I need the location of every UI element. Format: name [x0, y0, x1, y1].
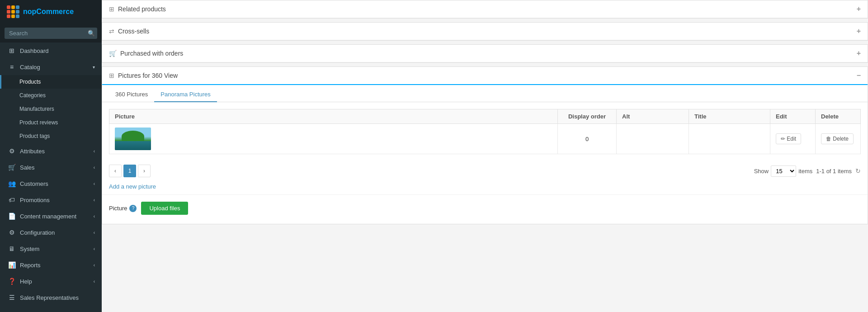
pagination-page-1[interactable]: 1 — [123, 165, 136, 177]
show-items: Show 15 25 50 100 items — [754, 165, 813, 177]
sidebar-item-reports[interactable]: 📊 Reports ‹ — [0, 257, 102, 273]
sidebar-item-label: Sales — [20, 164, 35, 171]
sidebar-item-product-reviews[interactable]: Product reviews — [0, 116, 102, 129]
tab-360-pictures[interactable]: 360 Pictures — [109, 87, 154, 102]
chevron-right-icon: ‹ — [94, 165, 95, 170]
brand-dot — [7, 10, 10, 14]
sidebar-item-promotions[interactable]: 🏷 Promotions ‹ — [0, 192, 102, 208]
col-picture: Picture — [109, 109, 558, 124]
col-display-order: Display order — [558, 109, 617, 124]
search-input[interactable] — [9, 30, 85, 37]
sidebar-item-products[interactable]: Products — [0, 75, 102, 89]
pictures-360-title: Pictures for 360 View — [118, 72, 178, 79]
sidebar-item-label: Sales Representatives — [20, 294, 79, 301]
pictures-360-header[interactable]: ⊞ Pictures for 360 View − — [102, 67, 868, 85]
delete-button[interactable]: 🗑 Delete — [821, 133, 854, 144]
main-content: ⊞ Related products + ⇄ Cross-sells + 🛒 — [102, 0, 868, 312]
upload-label: Picture ? — [109, 205, 137, 212]
chevron-right-icon: ‹ — [94, 263, 95, 268]
cross-sells-header[interactable]: ⇄ Cross-sells + — [102, 23, 868, 40]
related-products-toggle[interactable]: + — [857, 5, 861, 13]
sidebar-item-catalog[interactable]: ≡ Catalog ▾ — [0, 59, 102, 75]
dashboard-icon: ⊞ — [8, 47, 15, 54]
pictures-tabs: 360 Pictures Panorama Pictures — [102, 87, 868, 102]
sidebar-item-label: Reports — [20, 262, 41, 269]
chevron-right-icon: ‹ — [94, 246, 95, 251]
purchased-with-orders-panel: 🛒 Purchased with orders + — [102, 44, 868, 63]
picture-cell — [109, 124, 558, 154]
sidebar-item-customers[interactable]: 👥 Customers ‹ — [0, 175, 102, 192]
sidebar-item-label: System — [20, 246, 39, 252]
title-cell — [689, 124, 770, 154]
add-picture-link[interactable]: Add a new picture — [109, 183, 156, 190]
sidebar-item-label: Customers — [20, 180, 48, 187]
search-icon[interactable]: 🔍 — [88, 30, 95, 37]
upload-files-button[interactable]: Upload files — [141, 202, 188, 215]
pagination-prev[interactable]: ‹ — [109, 165, 122, 177]
content-area: ⊞ Related products + ⇄ Cross-sells + 🛒 — [102, 0, 868, 228]
picture-thumbnail — [115, 128, 151, 150]
sidebar-item-label: Help — [20, 278, 32, 285]
chevron-right-icon: ‹ — [94, 198, 95, 203]
cross-sells-title: Cross-sells — [118, 28, 149, 35]
table-row: 0 ✏ Edit 🗑 Delete — [109, 124, 861, 154]
refresh-button[interactable]: ↻ — [855, 167, 861, 175]
sidebar-item-configuration[interactable]: ⚙ Configuration ‹ — [0, 224, 102, 241]
edit-button[interactable]: ✏ Edit — [776, 133, 801, 144]
brand-dot — [7, 5, 10, 9]
sidebar-item-sales-reps[interactable]: ☰ Sales Representatives — [0, 289, 102, 306]
brand-dot — [16, 5, 19, 9]
brand-name: nopCommerce — [23, 8, 74, 16]
sidebar-item-label: Attributes — [20, 148, 45, 155]
pagination-next[interactable]: › — [138, 165, 151, 177]
sidebar-search-container: 🔍 — [0, 24, 102, 43]
cross-sells-panel: ⇄ Cross-sells + — [102, 22, 868, 41]
chevron-right-icon: ‹ — [94, 181, 95, 186]
sidebar-item-help[interactable]: ❓ Help ‹ — [0, 273, 102, 289]
pagination-left: ‹ 1 › — [109, 165, 151, 177]
col-edit: Edit — [770, 109, 816, 124]
related-products-panel: ⊞ Related products + — [102, 0, 868, 19]
chevron-right-icon: ‹ — [94, 230, 95, 235]
related-products-header[interactable]: ⊞ Related products + — [102, 0, 868, 18]
sidebar-item-label: Categories — [19, 92, 46, 99]
purchased-with-orders-toggle[interactable]: + — [857, 49, 861, 57]
delete-cell: 🗑 Delete — [816, 124, 861, 154]
sidebar-item-sales[interactable]: 🛒 Sales ‹ — [0, 159, 102, 175]
customers-icon: 👥 — [8, 180, 15, 187]
sidebar-item-product-tags[interactable]: Product tags — [0, 129, 102, 143]
sidebar-item-label: Products — [19, 79, 41, 85]
chevron-down-icon: ▾ — [93, 65, 95, 70]
catalog-icon: ≡ — [8, 63, 15, 71]
items-count: 1-1 of 1 items — [816, 168, 852, 175]
purchased-with-orders-header[interactable]: 🛒 Purchased with orders + — [102, 45, 868, 62]
sales-reps-icon: ☰ — [8, 294, 15, 301]
purchased-icon: 🛒 — [109, 50, 117, 57]
show-label: Show — [754, 168, 769, 175]
upload-label-text: Picture — [109, 205, 127, 212]
sidebar-nav: ⊞ Dashboard ≡ Catalog ▾ Products Categor… — [0, 43, 102, 312]
pictures-360-icon: ⊞ — [109, 72, 114, 79]
sidebar-item-content-management[interactable]: 📄 Content management ‹ — [0, 208, 102, 224]
sidebar-item-system[interactable]: 🖥 System ‹ — [0, 241, 102, 257]
sidebar-item-label: Content management — [20, 213, 76, 220]
content-icon: 📄 — [8, 213, 15, 220]
sidebar-item-manufacturers[interactable]: Manufacturers — [0, 102, 102, 116]
sidebar-item-label: Product reviews — [19, 119, 58, 126]
attributes-icon: ⚙ — [8, 147, 15, 155]
sidebar-item-label: Catalog — [20, 64, 40, 71]
sidebar-item-categories[interactable]: Categories — [0, 89, 102, 102]
help-icon[interactable]: ? — [129, 205, 137, 212]
sidebar-item-dashboard[interactable]: ⊞ Dashboard — [0, 43, 102, 59]
upload-area: Picture ? Upload files — [102, 194, 868, 224]
purchased-with-orders-title: Purchased with orders — [120, 50, 183, 57]
items-per-page-select[interactable]: 15 25 50 100 — [771, 165, 796, 177]
brand-dot — [16, 14, 19, 18]
related-products-icon: ⊞ — [109, 5, 114, 13]
edit-cell: ✏ Edit — [770, 124, 816, 154]
pictures-360-toggle[interactable]: − — [857, 71, 861, 80]
tab-panorama-pictures[interactable]: Panorama Pictures — [154, 87, 217, 102]
sidebar-item-attributes[interactable]: ⚙ Attributes ‹ — [0, 143, 102, 159]
chevron-right-icon: ‹ — [94, 149, 95, 154]
cross-sells-toggle[interactable]: + — [857, 27, 861, 35]
